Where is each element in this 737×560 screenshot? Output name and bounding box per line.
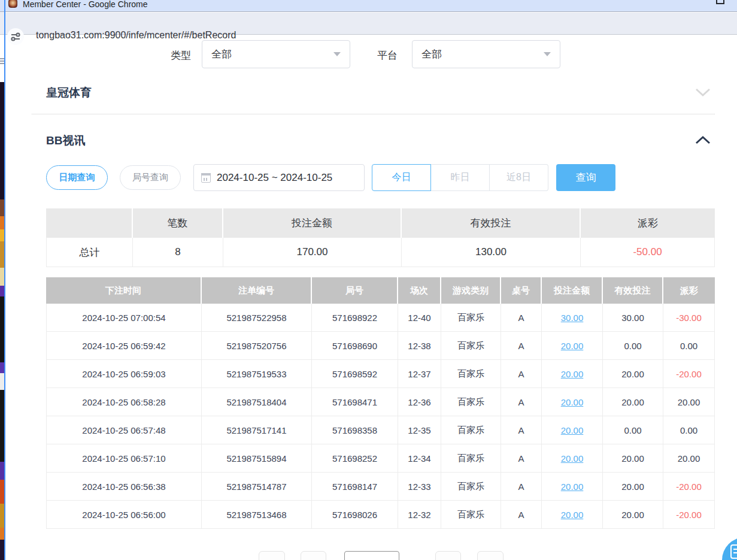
cell-round: 571698147 <box>312 473 398 501</box>
type-filter-select[interactable]: 全部 <box>202 40 350 68</box>
cell-bet-id: 521987515894 <box>202 444 312 473</box>
today-button[interactable]: 今日 <box>372 164 431 191</box>
cell-time: 2024-10-25 06:56:00 <box>46 501 202 529</box>
cell-game: 百家乐 <box>441 388 501 416</box>
cell-time: 2024-10-25 06:59:42 <box>46 332 202 360</box>
col-table-no: 桌号 <box>501 277 542 304</box>
cell-time: 2024-10-25 06:56:38 <box>46 473 202 501</box>
cell-table: A <box>501 332 542 360</box>
cell-game: 百家乐 <box>441 501 501 529</box>
maximize-button[interactable] <box>716 0 724 4</box>
cell-game: 百家乐 <box>441 444 501 473</box>
bet-amount-link[interactable]: 20.00 <box>561 510 584 520</box>
cell-session: 12-32 <box>398 501 441 529</box>
chevron-up-icon[interactable] <box>694 135 711 145</box>
cell-valid: 30.00 <box>603 304 663 332</box>
pagination-last-button[interactable]: » <box>477 551 504 560</box>
bet-amount-link[interactable]: 20.00 <box>561 397 584 407</box>
search-button[interactable]: 查询 <box>556 164 615 191</box>
cell-payout: 20.00 <box>663 444 715 473</box>
cell-valid: 20.00 <box>603 360 663 388</box>
pagination-prev-button[interactable]: ‹ <box>301 551 326 560</box>
bet-amount-link[interactable]: 20.00 <box>561 425 584 435</box>
col-session: 场次 <box>398 277 441 304</box>
cell-game: 百家乐 <box>441 332 501 360</box>
col-bet-time: 下注时间 <box>46 277 202 304</box>
bet-amount-link[interactable]: 20.00 <box>561 369 584 379</box>
summary-bet-amount: 170.00 <box>223 238 402 267</box>
bet-amount-link[interactable]: 20.00 <box>561 482 584 492</box>
summary-header-row: 笔数 投注金额 有效投注 派彩 <box>46 208 715 238</box>
bet-amount-link[interactable]: 30.00 <box>561 313 584 323</box>
browser-urlbar[interactable]: tongbao31.com:9900/infe/mcenter/#/betRec… <box>0 13 737 35</box>
pagination-page-input[interactable] <box>344 551 399 560</box>
bet-records-table: 下注时间 注单编号 局号 场次 游戏类别 桌号 投注金额 有效投注 派彩 202… <box>46 277 715 529</box>
cell-bet-id: 521987520756 <box>202 332 312 360</box>
section-video-header[interactable]: BB视讯 <box>0 132 737 150</box>
document-icon <box>730 544 737 559</box>
cell-bet: 20.00 <box>542 473 603 501</box>
cell-table: A <box>501 416 542 444</box>
site-settings-icon[interactable] <box>7 28 24 45</box>
summary-total-label: 总计 <box>46 238 133 267</box>
cell-bet-id: 521987518404 <box>202 388 312 416</box>
cell-game: 百家乐 <box>441 416 501 444</box>
summary-header-bet-amount: 投注金额 <box>223 208 402 238</box>
table-row: 2024-10-25 06:57:48 521987517141 5716983… <box>46 416 715 444</box>
calendar-icon <box>201 173 211 183</box>
pagination-first-button[interactable]: « <box>259 551 285 560</box>
cell-table: A <box>501 304 542 332</box>
cell-round: 571698592 <box>312 360 398 388</box>
list-icon <box>0 58 4 64</box>
table-row: 2024-10-25 06:59:42 521987520756 5716986… <box>46 332 715 360</box>
cell-bet: 20.00 <box>542 332 603 360</box>
cell-bet: 20.00 <box>542 360 603 388</box>
customer-service-float-button[interactable] <box>722 537 737 560</box>
summary-valid-bet: 130.00 <box>402 238 581 267</box>
cell-payout: -20.00 <box>663 501 715 529</box>
window-titlebar: Member Center - Google Chrome <box>0 0 737 12</box>
cell-round: 571698690 <box>312 332 398 360</box>
cell-valid: 20.00 <box>603 444 663 473</box>
summary-header-blank <box>46 208 133 238</box>
cell-valid: 20.00 <box>603 473 663 501</box>
cell-valid: 20.00 <box>603 501 663 529</box>
screen: Member Center - Google Chrome tongbao31.… <box>0 0 737 560</box>
summary-payout: -50.00 <box>581 238 715 267</box>
records-header-row: 下注时间 注单编号 局号 场次 游戏类别 桌号 投注金额 有效投注 派彩 <box>46 277 715 304</box>
cell-table: A <box>501 501 542 529</box>
round-query-tab[interactable]: 局号查询 <box>120 165 181 190</box>
cell-game: 百家乐 <box>441 304 501 332</box>
chevron-down-icon <box>544 52 551 56</box>
cell-bet: 20.00 <box>542 501 603 529</box>
bet-amount-link[interactable]: 20.00 <box>561 341 584 351</box>
cell-bet-id: 521987519533 <box>202 360 312 388</box>
cell-payout: 20.00 <box>663 388 715 416</box>
cell-table: A <box>501 360 542 388</box>
section-divider <box>32 114 715 114</box>
type-filter-value: 全部 <box>211 47 333 61</box>
cell-table: A <box>501 444 542 473</box>
cell-valid: 0.00 <box>603 416 663 444</box>
cell-payout: 0.00 <box>663 332 715 360</box>
platform-filter-value: 全部 <box>421 47 544 61</box>
bet-amount-link[interactable]: 20.00 <box>561 453 584 464</box>
date-query-tab[interactable]: 日期查询 <box>46 165 108 190</box>
cell-payout: -30.00 <box>663 304 715 332</box>
site-favicon-icon <box>8 0 17 8</box>
cell-bet: 20.00 <box>542 416 603 444</box>
date-range-input[interactable]: 2024-10-25 ~ 2024-10-25 <box>193 164 365 191</box>
window-title: Member Center - Google Chrome <box>23 0 148 10</box>
section-sports-header[interactable]: 皇冠体育 <box>0 84 737 102</box>
last-8-days-button[interactable]: 近8日 <box>490 164 548 191</box>
yesterday-button[interactable]: 昨日 <box>431 164 490 191</box>
col-valid-bet: 有效投注 <box>603 277 663 304</box>
table-row: 2024-10-25 06:59:03 521987519533 5716985… <box>46 360 715 388</box>
url-text[interactable]: tongbao31.com:9900/infe/mcenter/#/betRec… <box>36 30 236 41</box>
table-row: 2024-10-25 06:56:00 521987513468 5716980… <box>46 501 715 529</box>
cell-round: 571698358 <box>312 416 398 444</box>
pagination-next-button[interactable]: › <box>435 551 461 560</box>
platform-filter-select[interactable]: 全部 <box>412 40 560 68</box>
chevron-down-icon[interactable] <box>694 87 711 97</box>
cell-bet: 20.00 <box>542 444 603 473</box>
